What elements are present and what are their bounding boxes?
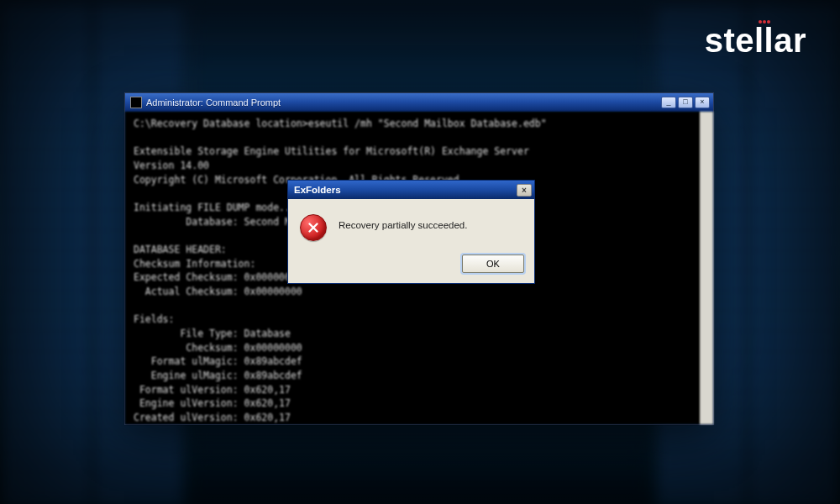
maximize-button[interactable]: □ — [678, 97, 693, 108]
ok-button[interactable]: OK — [462, 255, 524, 273]
close-icon: × — [522, 186, 527, 195]
error-icon — [300, 214, 327, 241]
cmd-titlebar[interactable]: Administrator: Command Prompt _ □ × — [125, 93, 713, 112]
minimize-button[interactable]: _ — [661, 97, 676, 108]
dialog-titlebar[interactable]: ExFolders × — [288, 181, 534, 199]
stage: stellar Administrator: Command Prompt _ … — [0, 0, 840, 504]
cmd-title: Administrator: Command Prompt — [146, 97, 661, 108]
brand-logo: stellar — [705, 22, 806, 60]
dialog-message: Recovery partially succeeded. — [339, 214, 467, 230]
close-button[interactable]: × — [695, 97, 710, 108]
cmd-icon — [130, 97, 142, 108]
dialog-close-button[interactable]: × — [517, 184, 532, 197]
dialog-title: ExFolders — [294, 185, 341, 195]
exfolders-dialog: ExFolders × Recovery partially succeeded… — [287, 180, 535, 284]
